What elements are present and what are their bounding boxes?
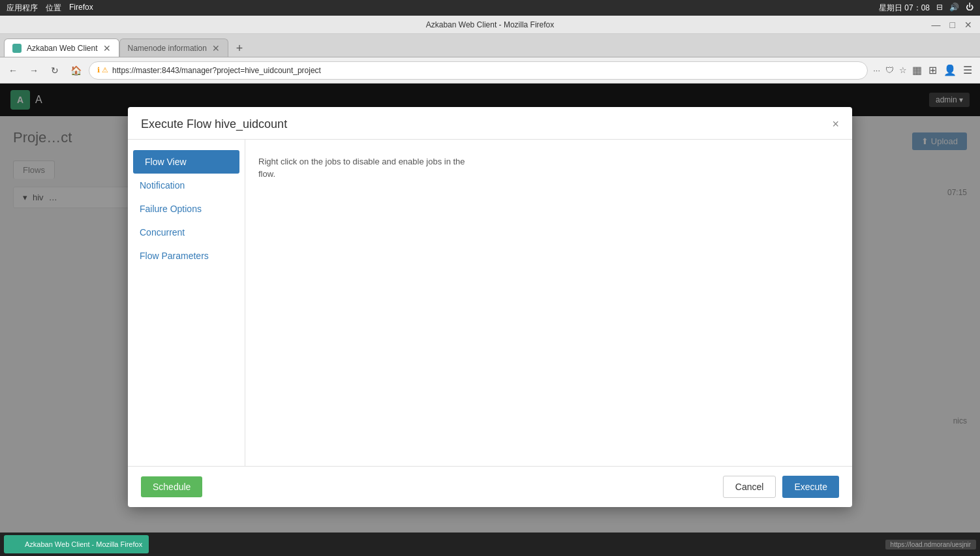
bookmarks-icon[interactable]: ▦ xyxy=(912,64,922,76)
close-button[interactable]: ✕ xyxy=(964,20,972,30)
address-bar[interactable]: ℹ ⚠ https://master:8443/manager?project=… xyxy=(89,61,868,80)
modal-main-content: Right click on the jobs to disable and e… xyxy=(245,140,852,466)
forward-button[interactable]: → xyxy=(26,63,42,78)
bookmark-icon[interactable]: ☆ xyxy=(899,65,907,75)
tab1-favicon xyxy=(12,44,22,53)
taskbar-azkaban-icon xyxy=(10,539,21,549)
execute-button[interactable]: Execute xyxy=(782,476,839,498)
os-topbar: 应用程序 位置 Firefox 星期日 07：08 ⊟ 🔊 ⏻ xyxy=(0,0,980,16)
flow-view-description: Right click on the jobs to disable and e… xyxy=(258,155,839,181)
execute-flow-modal: Execute Flow hive_uidcount × Flow View N… xyxy=(128,107,852,507)
taskbar-firefox-item[interactable]: Azkaban Web Client - Mozilla Firefox xyxy=(4,535,149,553)
tabs-icon[interactable]: ⊞ xyxy=(928,64,937,76)
tab2-label: Namenode information xyxy=(128,44,207,53)
modal-close-button[interactable]: × xyxy=(832,118,839,130)
modal-sidebar: Flow View Notification Failure Options C… xyxy=(128,140,245,466)
azkaban-background: A A admin ▾ Proje…ct ⬆ Upload Flows xyxy=(0,84,980,556)
new-tab-button[interactable]: + xyxy=(231,40,248,57)
taskbar-url-hint: https://load.ndmoran/uesjnir xyxy=(885,540,976,549)
tab1-label: Azkaban Web Client xyxy=(27,44,98,53)
taskbar-item-label: Azkaban Web Client - Mozilla Firefox xyxy=(25,540,142,548)
home-button[interactable]: 🏠 xyxy=(68,63,84,78)
os-apps-menu[interactable]: 应用程序 xyxy=(7,3,38,14)
tab2-close[interactable]: ✕ xyxy=(212,44,220,53)
os-datetime: 星期日 07：08 xyxy=(879,3,930,14)
browser-tab-1[interactable]: Azkaban Web Client ✕ xyxy=(4,39,119,57)
shield-icon[interactable]: 🛡 xyxy=(885,65,894,75)
cancel-button[interactable]: Cancel xyxy=(723,476,776,498)
os-topbar-right: 星期日 07：08 ⊟ 🔊 ⏻ xyxy=(879,3,973,14)
sidebar-item-notification[interactable]: Notification xyxy=(128,174,245,197)
modal-body: Flow View Notification Failure Options C… xyxy=(128,140,852,466)
browser-tabs: Azkaban Web Client ✕ Namenode informatio… xyxy=(0,34,980,57)
modal-footer: Schedule Cancel Execute xyxy=(128,466,852,507)
back-button[interactable]: ← xyxy=(5,63,21,78)
browser-toolbar-icons: ▦ ⊞ 👤 ☰ xyxy=(912,64,975,76)
address-bar-icons: ··· 🛡 ☆ xyxy=(873,65,907,75)
browser-title: Azkaban Web Client - Mozilla Firefox xyxy=(426,20,555,29)
os-power-icon: ⏻ xyxy=(966,3,973,14)
browser-addressbar: ← → ↻ 🏠 ℹ ⚠ https://master:8443/manager?… xyxy=(0,57,980,84)
tab1-close[interactable]: ✕ xyxy=(103,44,111,53)
sidebar-item-flow-view[interactable]: Flow View xyxy=(133,150,239,174)
browser-tab-2[interactable]: Namenode information ✕ xyxy=(119,39,228,57)
browser-titlebar: Azkaban Web Client - Mozilla Firefox — □… xyxy=(0,16,980,34)
profile-icon[interactable]: 👤 xyxy=(943,64,957,76)
os-position-menu[interactable]: 位置 xyxy=(46,3,61,14)
modal-overlay: Execute Flow hive_uidcount × Flow View N… xyxy=(0,84,980,556)
modal-header: Execute Flow hive_uidcount × xyxy=(128,107,852,140)
os-network-icon: ⊟ xyxy=(936,3,943,14)
sidebar-item-flow-parameters[interactable]: Flow Parameters xyxy=(128,244,245,268)
sidebar-item-failure-options[interactable]: Failure Options xyxy=(128,197,245,221)
os-volume-icon: 🔊 xyxy=(949,3,959,14)
sidebar-item-concurrent[interactable]: Concurrent xyxy=(128,221,245,244)
more-options-icon[interactable]: ··· xyxy=(873,65,880,75)
security-icon: ℹ ⚠ xyxy=(97,66,108,74)
browser-content: A A admin ▾ Proje…ct ⬆ Upload Flows xyxy=(0,84,980,556)
browser: Azkaban Web Client - Mozilla Firefox — □… xyxy=(0,16,980,556)
url-text: https://master:8443/manager?project=hive… xyxy=(112,66,859,75)
footer-right-buttons: Cancel Execute xyxy=(723,476,839,498)
os-topbar-left: 应用程序 位置 Firefox xyxy=(7,3,93,14)
maximize-button[interactable]: □ xyxy=(950,20,955,30)
modal-title: Execute Flow hive_uidcount xyxy=(141,117,287,131)
schedule-button[interactable]: Schedule xyxy=(141,476,202,497)
taskbar: Azkaban Web Client - Mozilla Firefox htt… xyxy=(0,533,980,556)
os-firefox-menu[interactable]: Firefox xyxy=(69,3,93,14)
taskbar-right: https://load.ndmoran/uesjnir xyxy=(885,540,976,549)
menu-icon[interactable]: ☰ xyxy=(963,64,972,76)
minimize-button[interactable]: — xyxy=(932,20,941,30)
reload-button[interactable]: ↻ xyxy=(47,63,63,78)
